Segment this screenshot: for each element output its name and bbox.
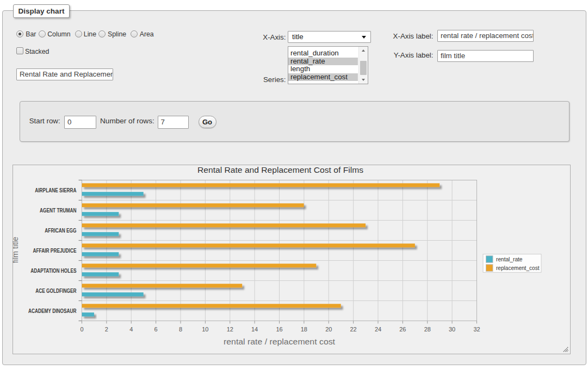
svg-text:AFFAIR PREJUDICE: AFFAIR PREJUDICE xyxy=(33,248,77,254)
svg-text:32: 32 xyxy=(473,326,480,333)
svg-text:2: 2 xyxy=(105,326,108,333)
svg-text:28: 28 xyxy=(424,326,431,333)
svg-text:22: 22 xyxy=(350,326,356,333)
svg-text:10: 10 xyxy=(202,326,208,333)
svg-text:30: 30 xyxy=(449,326,455,333)
svg-text:rental_rate: rental_rate xyxy=(496,256,523,262)
svg-text:26: 26 xyxy=(399,326,406,333)
svg-text:8: 8 xyxy=(179,326,182,333)
svg-text:24: 24 xyxy=(375,326,381,333)
svg-text:ADAPTATION HOLES: ADAPTATION HOLES xyxy=(30,268,76,274)
svg-text:film title: film title xyxy=(13,237,20,264)
svg-text:Rental Rate and Replacement Co: Rental Rate and Replacement Cost of Film… xyxy=(197,165,363,174)
svg-text:replacement_cost: replacement_cost xyxy=(496,265,540,271)
svg-text:12: 12 xyxy=(227,326,233,333)
svg-text:6: 6 xyxy=(154,326,158,333)
svg-text:14: 14 xyxy=(251,326,258,333)
svg-text:0: 0 xyxy=(80,326,83,333)
svg-text:rental rate / replacement cost: rental rate / replacement cost xyxy=(224,337,336,346)
svg-text:AFRICAN EGG: AFRICAN EGG xyxy=(45,228,76,234)
svg-text:AIRPLANE SIERRA: AIRPLANE SIERRA xyxy=(35,187,77,193)
svg-text:AGENT TRUMAN: AGENT TRUMAN xyxy=(40,208,76,214)
svg-text:18: 18 xyxy=(301,326,307,333)
svg-text:ACE GOLDFINGER: ACE GOLDFINGER xyxy=(35,288,77,294)
svg-text:ACADEMY DINOSAUR: ACADEMY DINOSAUR xyxy=(28,308,77,314)
svg-text:20: 20 xyxy=(325,326,332,333)
svg-text:16: 16 xyxy=(276,326,282,333)
svg-text:4: 4 xyxy=(129,326,133,333)
